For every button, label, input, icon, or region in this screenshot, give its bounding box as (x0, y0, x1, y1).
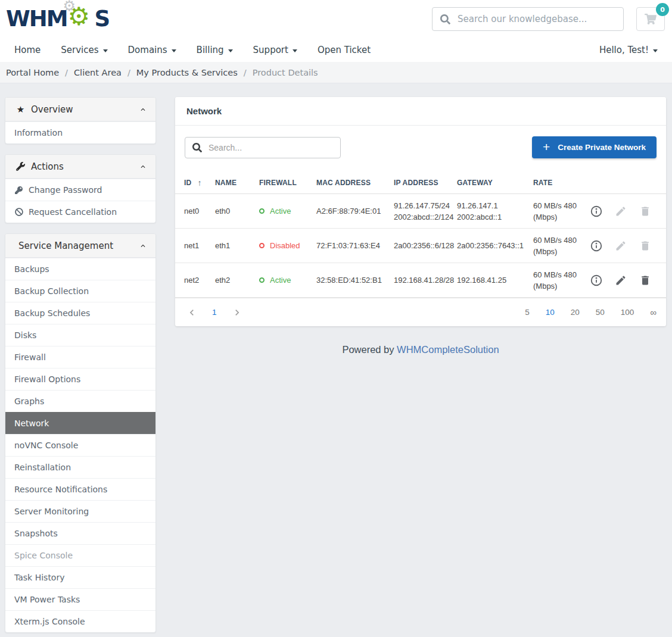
whmcs-logo[interactable]: WHM ⚙ ⚙ S (6, 5, 109, 32)
sidebar-item-novnc-console[interactable]: noVNC Console (5, 434, 155, 456)
delete-icon[interactable] (638, 204, 652, 218)
info-icon[interactable] (589, 273, 603, 288)
cell-ip-address: 2a00:2356::6/128 (394, 240, 457, 251)
column-header-gateway[interactable]: GATEWAY (457, 179, 533, 187)
cell-rate: 60 MB/s 480 (Mbps) (533, 235, 589, 257)
sidebar-item-request-cancellation[interactable]: Request Cancellation (5, 201, 155, 223)
column-header-firewall[interactable]: FIREWALL (259, 179, 316, 187)
nav-item-domains[interactable]: Domains (128, 45, 176, 55)
nav-label: Domains (128, 45, 167, 55)
previous-page-icon[interactable] (186, 307, 198, 318)
nav-item-open-ticket[interactable]: Open Ticket (318, 45, 371, 55)
cell-mac-address: 72:F1:03:71:63:E4 (316, 241, 394, 250)
delete-icon[interactable] (638, 273, 652, 288)
breadcrumb-portal-home[interactable]: Portal Home (6, 68, 59, 77)
nav-item-services[interactable]: Services (61, 45, 107, 55)
info-icon[interactable] (589, 204, 603, 218)
sidebar-item-spice-console[interactable]: Spice Console (5, 544, 155, 566)
sidebar-item-information[interactable]: Information (5, 121, 155, 143)
sidebar-item-xtermjs-console[interactable]: Xterm.js Console (5, 610, 155, 632)
page-size-50[interactable]: 50 (596, 308, 605, 317)
edit-icon[interactable] (614, 273, 628, 288)
delete-icon[interactable] (638, 239, 652, 253)
sidebar-item-firewall[interactable]: Firewall (5, 346, 155, 368)
sidebar: ★ Overview Information Actions Change P (5, 97, 156, 637)
site-header: WHM ⚙ ⚙ S 0 (0, 0, 672, 38)
status-ring-icon (259, 208, 265, 214)
page-size-20[interactable]: 20 (571, 308, 580, 317)
column-header-rate[interactable]: RATE (533, 179, 589, 187)
breadcrumb-separator: / (127, 68, 130, 77)
plus-icon: + (543, 140, 550, 153)
user-menu[interactable]: Hello, Test! (599, 45, 658, 55)
service-management-panel: Service Management Backups Backup Collec… (5, 233, 156, 633)
column-header-mac-address[interactable]: MAC ADDRESS (316, 179, 394, 187)
info-icon[interactable] (589, 239, 603, 253)
actions-panel-header[interactable]: Actions (5, 155, 155, 179)
breadcrumb-client-area[interactable]: Client Area (74, 68, 122, 77)
nav-item-billing[interactable]: Billing (197, 45, 233, 55)
sidebar-item-reinstallation[interactable]: Reinstallation (5, 456, 155, 478)
cart-button[interactable]: 0 (636, 7, 665, 31)
actions-panel: Actions Change Password Request Cancella… (5, 154, 156, 223)
page-size-infinity[interactable]: ∞ (650, 307, 657, 317)
page-size-100[interactable]: 100 (621, 308, 634, 317)
gear-icon: ⚙ (68, 3, 91, 30)
chevron-up-icon (139, 105, 147, 114)
nav-label: Services (61, 45, 98, 55)
caret-down-icon (653, 49, 658, 52)
cell-id: net1 (184, 241, 215, 250)
footer: Powered by WHMCompleteSolution (175, 344, 666, 355)
sidebar-item-change-password[interactable]: Change Password (5, 179, 155, 201)
sidebar-item-resource-notifications[interactable]: Resource Notifications (5, 478, 155, 500)
cell-name: eth0 (215, 207, 259, 216)
cell-firewall: Active (259, 207, 316, 216)
sidebar-item-task-history[interactable]: Task History (5, 566, 155, 588)
overview-panel-header[interactable]: ★ Overview (5, 98, 155, 121)
column-header-ip-address[interactable]: IP ADDRESS (394, 179, 457, 187)
edit-icon[interactable] (614, 204, 628, 218)
page-title: Network (175, 97, 666, 126)
table-row: net2 eth2 Active 32:58:ED:41:52:B1 192.1… (175, 263, 666, 298)
nav-item-support[interactable]: Support (253, 45, 297, 55)
nav-label: Support (253, 45, 288, 55)
knowledgebase-search (432, 7, 624, 31)
sidebar-item-server-monitoring[interactable]: Server Monitoring (5, 500, 155, 522)
sidebar-item-firewall-options[interactable]: Firewall Options (5, 368, 155, 390)
sidebar-item-snapshots[interactable]: Snapshots (5, 522, 155, 544)
cell-mac-address: A2:6F:88:79:4E:01 (316, 207, 394, 216)
sidebar-item-graphs[interactable]: Graphs (5, 390, 155, 412)
cell-id: net0 (184, 207, 215, 216)
powered-by-text: Powered by (342, 344, 397, 355)
overview-panel: ★ Overview Information (5, 97, 156, 144)
edit-icon[interactable] (614, 239, 628, 253)
breadcrumb-my-products[interactable]: My Products & Services (136, 68, 238, 77)
search-icon (440, 14, 450, 24)
table-search-input[interactable] (207, 142, 340, 153)
knowledgebase-search-input[interactable] (456, 13, 623, 25)
page-size-10[interactable]: 10 (546, 308, 555, 317)
page-size-5[interactable]: 5 (525, 308, 530, 317)
sidebar-item-vm-power-tasks[interactable]: VM Power Tasks (5, 588, 155, 610)
panel-title: Actions (31, 161, 139, 172)
column-header-name[interactable]: NAME (215, 179, 259, 187)
sidebar-item-disks[interactable]: Disks (5, 324, 155, 346)
nav-item-home[interactable]: Home (14, 45, 41, 55)
sidebar-item-backup-schedules[interactable]: Backup Schedules (5, 302, 155, 324)
sort-ascending-icon: ↑ (197, 178, 201, 188)
logo-text-whm: WHM (6, 6, 67, 32)
column-header-id[interactable]: ID ↑ (184, 178, 215, 188)
ban-icon (14, 208, 23, 216)
sidebar-item-backup-collection[interactable]: Backup Collection (5, 280, 155, 302)
service-management-panel-header[interactable]: Service Management (5, 234, 155, 258)
page-number[interactable]: 1 (209, 308, 220, 317)
create-private-network-button[interactable]: + Create Private Network (532, 136, 657, 158)
next-page-icon[interactable] (231, 307, 243, 318)
whmcompletesolution-link[interactable]: WHMCompleteSolution (397, 344, 499, 355)
table-row: net0 eth0 Active A2:6F:88:79:4E:01 91.26… (175, 194, 666, 229)
sidebar-item-backups[interactable]: Backups (5, 258, 155, 280)
sidebar-item-network[interactable]: Network (5, 412, 155, 434)
sidebar-item-label: Resource Notifications (14, 484, 107, 495)
caret-down-icon (293, 49, 297, 52)
panel-title: Overview (31, 104, 139, 115)
